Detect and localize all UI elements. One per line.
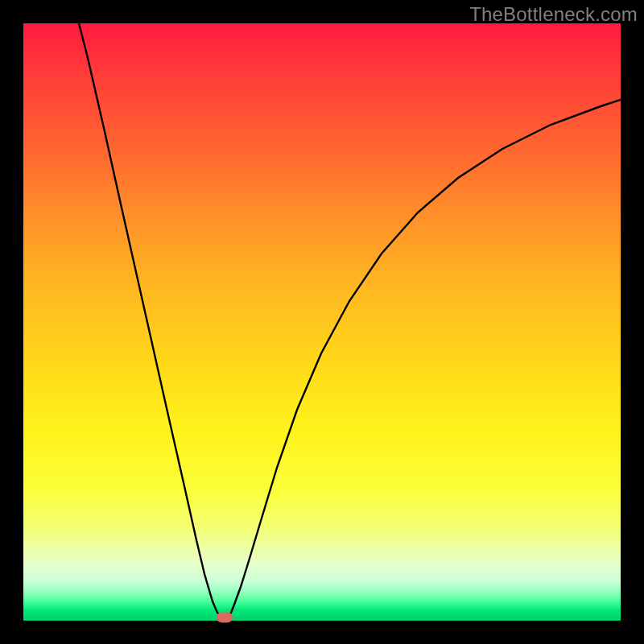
outer-frame: TheBottleneck.com: [0, 0, 644, 644]
curve-svg: [23, 23, 621, 621]
gradient-plot-area: [23, 23, 621, 621]
curve-path: [79, 23, 621, 617]
watermark-text: TheBottleneck.com: [469, 3, 638, 26]
minimum-marker: [217, 613, 233, 623]
